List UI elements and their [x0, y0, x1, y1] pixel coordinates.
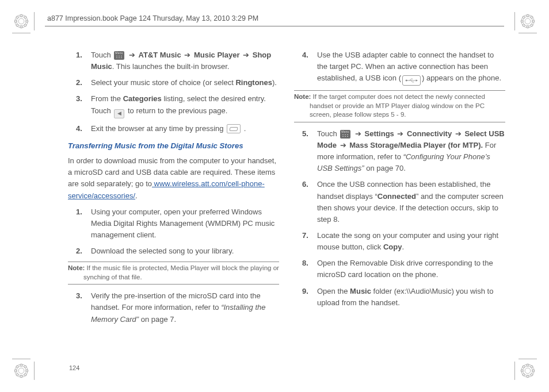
step-number: 2.: [76, 77, 82, 89]
step-list-b: 5. Touch ➔ Settings ➔ Connectivity ➔ Sel…: [294, 128, 505, 309]
printer-mark-icon: [519, 362, 536, 379]
arrow-icon: ➔: [242, 51, 250, 59]
svg-marker-46: [416, 80, 418, 82]
step-number: 5.: [302, 128, 308, 140]
step-item: 2. Select your music store of choice (or…: [68, 77, 279, 89]
bold-term: Music: [350, 287, 371, 295]
step-list-c: 3. Verify the pre-insertion of the micro…: [68, 290, 279, 325]
section-heading: Transferring Music from the Digital Musi…: [68, 140, 279, 152]
step-item: 5. Touch ➔ Settings ➔ Connectivity ➔ Sel…: [294, 128, 505, 175]
step-text: Touch: [317, 129, 339, 138]
printer-mark-icon: [519, 13, 536, 30]
step-item: 2. Download the selected song to your li…: [68, 245, 279, 257]
nav-item: Mass Storage/Media Player (for MTP).: [349, 141, 483, 149]
step-text: to return to the previous page.: [125, 106, 227, 115]
page-number: 124: [69, 364, 79, 371]
svg-point-23: [17, 366, 26, 376]
step-text: Open the Removable Disk drive correspond…: [317, 259, 493, 279]
step-text: .: [402, 243, 404, 251]
step-text: .: [242, 124, 246, 133]
step-list-a: 4. Use the USB adapter cable to connect …: [294, 49, 505, 86]
bold-term: Copy: [383, 243, 402, 251]
step-item: 9. Open the Music folder (ex:\\Audio\Mus…: [294, 286, 505, 309]
step-number: 8.: [302, 258, 308, 269]
svg-point-11: [525, 18, 531, 24]
svg-point-0: [18, 18, 24, 24]
step-text: From the: [91, 94, 123, 103]
step-item: 4. Use the USB adapter cable to connect …: [294, 49, 505, 86]
step-number: 1.: [76, 49, 82, 61]
svg-point-22: [18, 368, 24, 374]
intro-paragraph: In order to download music from the comp…: [68, 155, 279, 202]
back-key-icon: ◀: [114, 109, 124, 118]
crop-mark: [34, 12, 35, 30]
page-body: 1. Touch ➔ AT&T Music ➔ Music Player ➔ S…: [68, 49, 505, 372]
step-number: 3.: [76, 290, 82, 302]
step-text: Touch: [91, 51, 113, 59]
intro-text: .: [135, 191, 138, 200]
step-item: 6. Once the USB connection has been esta…: [294, 179, 505, 225]
step-list-a: 1. Touch ➔ AT&T Music ➔ Music Player ➔ S…: [68, 49, 279, 134]
step-text: Open the: [317, 287, 350, 295]
step-item: 1. Using your computer, open your prefer…: [68, 206, 279, 241]
crop-mark: [12, 33, 30, 33]
step-item: 1. Touch ➔ AT&T Music ➔ Music Player ➔ S…: [68, 49, 279, 72]
nav-item: Music Player: [194, 51, 240, 59]
step-text: Exit the browser at any time by pressing: [91, 124, 226, 133]
step-item: 8. Open the Removable Disk drive corresp…: [294, 258, 505, 280]
note-label: Note:: [294, 93, 311, 100]
right-column: 4. Use the USB adapter cable to connect …: [294, 49, 505, 372]
arrow-icon: ➔: [354, 129, 363, 138]
printer-mark-icon: [13, 362, 30, 379]
arrow-icon: ➔: [128, 51, 136, 59]
left-column: 1. Touch ➔ AT&T Music ➔ Music Player ➔ S…: [68, 49, 279, 372]
note-block: Note: If the target computer does not de…: [294, 90, 505, 122]
step-number: 4.: [302, 49, 308, 61]
usb-icon: [402, 75, 421, 86]
crop-mark: [34, 362, 35, 380]
note-text: If the target computer does not detect t…: [310, 93, 485, 118]
step-item: 4. Exit the browser at any time by press…: [68, 123, 279, 134]
menu-key-icon: [340, 130, 350, 139]
menu-key-icon: [114, 51, 124, 60]
arrow-icon: ➔: [396, 129, 405, 138]
svg-point-33: [525, 368, 531, 374]
crop-mark: [12, 359, 30, 359]
note-text: If the music file is protected, Media Pl…: [83, 264, 279, 280]
header-rule: [45, 26, 504, 26]
crop-mark: [514, 12, 515, 30]
note-block: Note: If the music file is protected, Me…: [68, 262, 279, 285]
svg-point-34: [523, 366, 533, 376]
step-number: 2.: [76, 245, 82, 257]
nav-item: Settings: [365, 129, 394, 138]
step-text: . This launches the built-in browser.: [112, 62, 230, 71]
step-number: 4.: [76, 123, 82, 134]
step-text: on page 70.: [366, 164, 406, 172]
nav-item: Connectivity: [407, 129, 452, 138]
bold-term: Ringtones: [235, 78, 272, 87]
crop-mark: [514, 362, 515, 380]
nav-item: AT&T Music: [139, 51, 181, 59]
step-text: on page 7.: [139, 315, 176, 324]
step-number: 7.: [302, 230, 308, 241]
step-number: 9.: [302, 286, 308, 297]
step-text: Using your computer, open your preferred…: [91, 207, 274, 239]
step-text: ).: [272, 78, 277, 87]
arrow-icon: ➔: [183, 51, 192, 59]
svg-point-45: [406, 80, 407, 81]
step-number: 1.: [76, 206, 82, 218]
step-text: Download the selected song to your libra…: [91, 247, 234, 255]
crop-mark: [518, 33, 537, 33]
step-number: 6.: [302, 179, 308, 190]
arrow-icon: ➔: [454, 129, 463, 138]
step-item: 7. Locate the song on your computer and …: [294, 230, 505, 253]
step-text: Select your music store of choice (or se…: [91, 78, 235, 87]
header-stamp: a877 Impression.book Page 124 Thursday, …: [47, 14, 258, 22]
step-text: ) appears on the phone.: [422, 74, 501, 82]
printer-mark-icon: [13, 13, 30, 30]
step-item: 3. From the Categories listing, select t…: [68, 93, 279, 118]
svg-point-1: [17, 17, 26, 26]
svg-point-12: [523, 17, 533, 26]
step-number: 3.: [76, 93, 82, 105]
bold-term: Connected: [378, 192, 416, 201]
